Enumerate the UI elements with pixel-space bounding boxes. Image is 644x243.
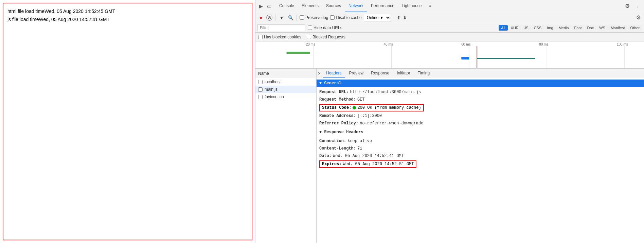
network-toolbar: ● ⊘ ▼ 🔍 Preserve log Disable cache Onlin…	[255, 12, 644, 23]
html-load-time: html file load timeWed, 05 Aug 2020 14:5…	[7, 7, 248, 16]
has-blocked-cookies-checkbox[interactable]: Has blocked cookies	[258, 35, 301, 39]
detail-tabs-bar: × Headers Preview Response Initiator Tim…	[317, 69, 644, 78]
request-method-row: Request Method: GET	[319, 96, 641, 103]
remote-address-label: Remote Address:	[319, 113, 356, 119]
hide-data-urls-label: Hide data URLs	[314, 25, 342, 30]
filter-all[interactable]: All	[499, 25, 507, 31]
referrer-policy-value: no-referrer-when-downgrade	[360, 120, 423, 126]
tab-elements[interactable]: Elements	[298, 0, 322, 12]
status-code-row-highlighted: Status Code: 200 OK (from memory cache)	[319, 104, 424, 111]
svg-rect-10	[287, 52, 310, 54]
detail-close-button[interactable]: ×	[318, 71, 321, 76]
timeline-area: 20 ms 40 ms 60 ms 80 ms 100 ms	[255, 41, 644, 69]
preserve-log-checkbox[interactable]: Preserve log	[300, 15, 328, 20]
export-har-button[interactable]: ⬇	[403, 15, 407, 20]
throttle-select[interactable]: Online ▼ Fast 3G Slow 3G Offline	[364, 14, 391, 21]
filter-ws[interactable]: WS	[597, 25, 608, 31]
settings-icon[interactable]: ⚙	[624, 2, 631, 10]
name-item-localhost[interactable]: localhost	[255, 78, 316, 86]
svg-text:80 ms: 80 ms	[539, 42, 548, 46]
name-column-header: Name	[255, 69, 316, 78]
name-item-mainjs[interactable]: main.js	[255, 86, 316, 93]
favicon-label: favicon.ico	[265, 94, 284, 99]
tab-console[interactable]: Console	[276, 0, 298, 12]
hide-data-urls-input[interactable]	[308, 25, 312, 30]
localhost-checkbox[interactable]	[258, 80, 263, 84]
blocked-requests-checkbox[interactable]: Blocked Requests	[307, 35, 345, 39]
expires-value: Wed, 05 Aug 2020 14:52:51 GMT	[343, 162, 414, 167]
name-item-favicon[interactable]: favicon.ico	[255, 93, 316, 101]
request-url-value: http://localhost:3000/main.js	[350, 89, 421, 95]
referrer-policy-label: Referrer Policy:	[319, 120, 358, 126]
tab-more[interactable]: »	[426, 0, 435, 12]
record-button[interactable]: ●	[257, 14, 264, 21]
filter-js[interactable]: JS	[522, 25, 531, 31]
favicon-checkbox[interactable]	[258, 95, 263, 99]
network-body: Name localhost main.js favicon.ico	[255, 69, 644, 243]
general-section-header[interactable]: ▼ General	[317, 80, 644, 87]
tab-lighthouse[interactable]: Lighthouse	[398, 0, 425, 12]
localhost-label: localhost	[265, 80, 281, 84]
filter-img[interactable]: Img	[544, 25, 555, 31]
settings-gear[interactable]: ⚙	[634, 14, 642, 21]
mainjs-checkbox[interactable]	[258, 87, 263, 92]
response-title: ▼ Response Headers	[319, 130, 363, 135]
response-section-header[interactable]: ▼ Response Headers	[317, 128, 644, 136]
filter-doc[interactable]: Doc	[585, 25, 596, 31]
has-blocked-cookies-input[interactable]	[258, 35, 263, 39]
search-icon[interactable]: 🔍	[287, 14, 294, 21]
blocked-requests-input[interactable]	[307, 35, 311, 39]
filter-font[interactable]: Font	[572, 25, 584, 31]
status-dot	[353, 106, 356, 109]
status-code-label: Status Code:	[322, 105, 351, 110]
device-icon[interactable]: ▭	[266, 3, 272, 10]
referrer-policy-row: Referrer Policy: no-referrer-when-downgr…	[319, 120, 641, 127]
filter-icon[interactable]: ▼	[278, 14, 285, 21]
general-title: ▼ General	[319, 81, 341, 86]
tab-network[interactable]: Network	[345, 0, 367, 12]
detail-tab-initiator[interactable]: Initiator	[393, 69, 413, 78]
detail-tab-response[interactable]: Response	[368, 69, 393, 78]
connection-value: keep-alive	[347, 138, 372, 144]
request-url-row: Request URL: http://localhost:3000/main.…	[319, 88, 641, 96]
separator-3	[394, 15, 394, 21]
filter-other[interactable]: Other	[628, 25, 642, 31]
tab-performance[interactable]: Performance	[368, 0, 398, 12]
content-length-label: Content-Length:	[319, 145, 356, 152]
filter-css[interactable]: CSS	[532, 25, 544, 31]
name-column: Name localhost main.js favicon.ico	[255, 69, 317, 243]
remote-address-value: [::1]:3000	[357, 113, 382, 119]
more-options-icon[interactable]: ⋮	[634, 2, 642, 10]
checkboxes-row: Has blocked cookies Blocked Requests	[255, 33, 644, 41]
tab-bar-right: ⚙ ⋮	[624, 2, 642, 10]
request-url-label: Request URL:	[319, 89, 348, 95]
svg-rect-11	[461, 57, 469, 59]
disable-cache-input[interactable]	[330, 15, 335, 20]
tab-sources[interactable]: Sources	[323, 0, 344, 12]
clear-button[interactable]: ⊘	[266, 15, 272, 21]
hide-data-urls-checkbox[interactable]: Hide data URLs	[308, 25, 342, 30]
js-load-time: js file load timeWed, 05 Aug 2020 14:52:…	[7, 16, 248, 24]
filter-type-buttons: All XHR JS CSS Img Media Font Doc WS Man…	[499, 25, 642, 31]
response-section-body: Connection: keep-alive Content-Length: 7…	[317, 136, 644, 170]
import-har-button[interactable]: ⬆	[397, 15, 401, 20]
filter-input[interactable]	[257, 24, 305, 31]
svg-text:100 ms: 100 ms	[617, 42, 628, 46]
disable-cache-checkbox[interactable]: Disable cache	[330, 15, 361, 20]
cursor-icon[interactable]: ▶	[257, 3, 264, 10]
filter-media[interactable]: Media	[556, 25, 571, 31]
name-items-list: localhost main.js favicon.ico	[255, 78, 316, 243]
tab-bar-icons: ▶ ▭	[257, 3, 272, 10]
filter-manifest[interactable]: Manifest	[608, 25, 627, 31]
detail-tab-timing[interactable]: Timing	[414, 69, 433, 78]
filter-row: Hide data URLs All XHR JS CSS Img Media …	[255, 23, 644, 33]
preserve-log-label: Preserve log	[305, 15, 328, 20]
separator-1	[275, 15, 275, 21]
date-label: Date:	[319, 153, 332, 159]
general-section-body: Request URL: http://localhost:3000/main.…	[317, 87, 644, 128]
preserve-log-input[interactable]	[300, 15, 304, 20]
filter-xhr[interactable]: XHR	[508, 25, 521, 31]
detail-tab-preview[interactable]: Preview	[346, 69, 367, 78]
date-row: Date: Wed, 05 Aug 2020 14:52:41 GMT	[319, 152, 641, 160]
detail-tab-headers[interactable]: Headers	[323, 69, 345, 78]
